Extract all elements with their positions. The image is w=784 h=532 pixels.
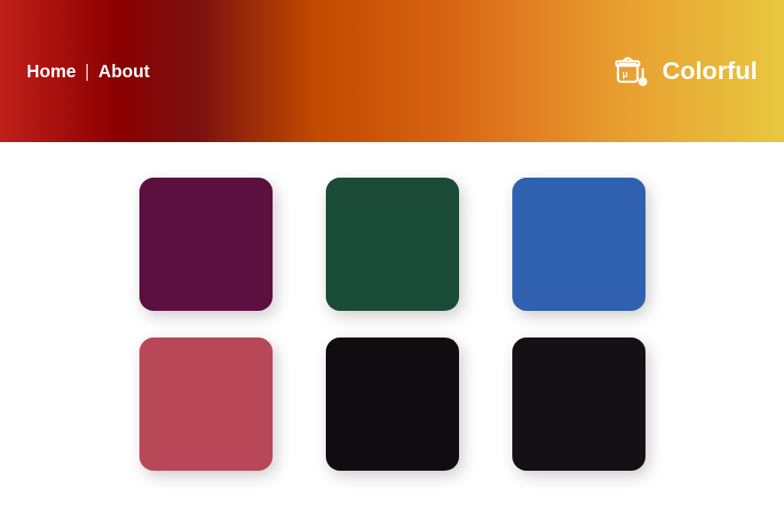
swatch-rose[interactable] <box>139 337 273 471</box>
hero-header: Home | About μ Colorful <box>0 0 784 142</box>
swatch-dark-green[interactable] <box>326 178 459 311</box>
swatch-near-black-1[interactable] <box>326 337 459 471</box>
swatch-purple[interactable] <box>139 178 273 311</box>
svg-point-3 <box>638 77 647 86</box>
swatch-near-black-2[interactable] <box>512 337 645 471</box>
swatch-blue[interactable] <box>512 178 645 311</box>
nav-home[interactable]: Home <box>27 61 76 82</box>
nav-about[interactable]: About <box>99 61 150 82</box>
nav-separator: | <box>85 61 90 82</box>
swatches-row-2 <box>139 337 645 471</box>
swatches-section <box>0 142 784 506</box>
main-nav: Home | About <box>27 61 150 82</box>
swatches-row-1 <box>139 178 645 311</box>
brand-logo: μ Colorful <box>609 50 757 92</box>
svg-text:μ: μ <box>622 69 628 79</box>
paint-bucket-icon: μ <box>609 50 652 92</box>
brand-name: Colorful <box>662 57 757 85</box>
